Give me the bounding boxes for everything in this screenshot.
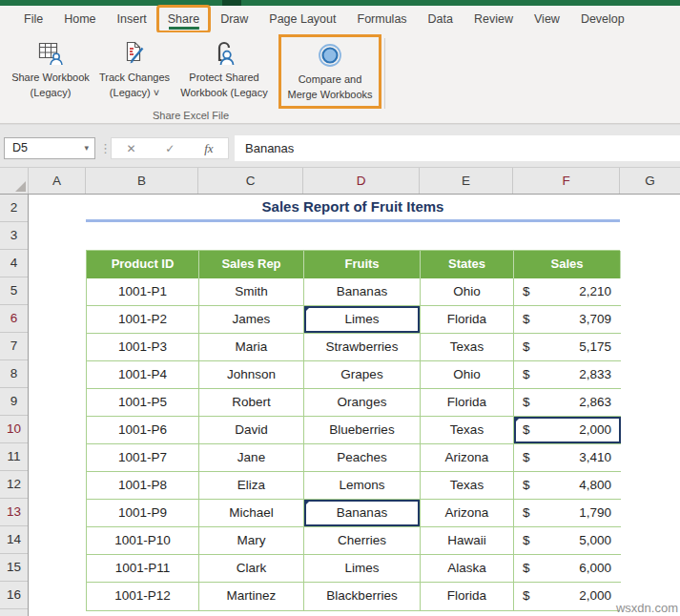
tab-developer[interactable]: Develop bbox=[570, 6, 635, 32]
cell-state[interactable]: Texas bbox=[421, 417, 514, 444]
table-header-states[interactable]: States bbox=[421, 251, 514, 278]
cell-state[interactable]: Ohio bbox=[421, 361, 514, 389]
cell-sales-rep[interactable]: James bbox=[199, 306, 304, 334]
column-header-c[interactable]: C bbox=[198, 168, 303, 194]
cell-state[interactable]: Texas bbox=[421, 472, 514, 500]
cell-sales[interactable]: $3,410 bbox=[514, 444, 621, 472]
row-header-11[interactable]: 11 bbox=[0, 443, 28, 471]
share-workbook-button[interactable]: Share Workbook (Legacy) bbox=[4, 37, 97, 99]
cell-sales[interactable]: $5,000 bbox=[514, 527, 621, 555]
row-header-9[interactable]: 9 bbox=[0, 388, 28, 416]
row-header-12[interactable]: 12 bbox=[0, 471, 28, 499]
cell-sales-rep[interactable]: Johnson bbox=[199, 361, 304, 389]
cell-sales[interactable]: $4,800 bbox=[514, 472, 621, 500]
column-header-a[interactable]: A bbox=[29, 168, 86, 194]
protect-shared-workbook-button[interactable]: Protect Shared Workbook (Legacy bbox=[170, 37, 278, 99]
tab-review[interactable]: Review bbox=[464, 6, 524, 32]
cell-state[interactable]: Arizona bbox=[421, 500, 514, 527]
cell-sales[interactable]: $2,000 bbox=[514, 583, 621, 610]
cell-sales[interactable]: $6,000 bbox=[514, 555, 621, 583]
tab-home[interactable]: Home bbox=[53, 6, 106, 32]
cell-product-id[interactable]: 1001-P7 bbox=[87, 444, 199, 472]
chevron-down-icon[interactable]: ▾ bbox=[84, 138, 89, 158]
cell-product-id[interactable]: 1001-P2 bbox=[87, 306, 199, 334]
cell-product-id[interactable]: 1001-P8 bbox=[87, 472, 199, 500]
column-header-d[interactable]: D bbox=[303, 168, 420, 194]
row-header-5[interactable]: 5 bbox=[0, 277, 28, 305]
cell-fruit-marked[interactable]: Bananas bbox=[304, 500, 421, 527]
cell-state[interactable]: Florida bbox=[421, 306, 514, 334]
cell-sales[interactable]: $2,210 bbox=[514, 278, 621, 306]
cell-sales-rep[interactable]: Maria bbox=[199, 334, 304, 361]
cell-fruit[interactable]: Strawberries bbox=[304, 334, 421, 361]
cell-fruit[interactable]: Blackberries bbox=[304, 583, 421, 610]
table-header-fruits[interactable]: Fruits bbox=[304, 251, 421, 278]
cell-state[interactable]: Arizona bbox=[421, 444, 514, 472]
tab-insert[interactable]: Insert bbox=[107, 6, 157, 32]
cell-state[interactable]: Florida bbox=[421, 389, 514, 417]
cell-sales[interactable]: $5,175 bbox=[514, 334, 621, 361]
cell-state[interactable]: Texas bbox=[421, 334, 514, 361]
cell-fruit[interactable]: Grapes bbox=[304, 361, 421, 389]
table-header-sales-rep[interactable]: Sales Rep bbox=[199, 251, 304, 278]
column-header-g[interactable]: G bbox=[620, 168, 680, 194]
cell-product-id[interactable]: 1001-P3 bbox=[87, 334, 199, 361]
cancel-icon[interactable]: ✕ bbox=[126, 142, 135, 155]
cell-product-id[interactable]: 1001-P6 bbox=[87, 417, 199, 444]
table-header-product-id[interactable]: Product ID bbox=[87, 251, 199, 278]
cell-sales-rep[interactable]: Robert bbox=[199, 389, 304, 417]
cell-product-id[interactable]: 1001-P11 bbox=[87, 555, 199, 583]
tab-page-layout[interactable]: Page Layout bbox=[258, 6, 346, 32]
cell-sales-rep[interactable]: Smith bbox=[199, 278, 304, 306]
cell-product-id[interactable]: 1001-P12 bbox=[87, 583, 199, 610]
name-box[interactable]: D5 ▾ bbox=[4, 137, 95, 159]
cell-product-id[interactable]: 1001-P9 bbox=[87, 500, 199, 527]
cell-fruit[interactable]: Limes bbox=[304, 555, 421, 583]
column-header-f[interactable]: F bbox=[513, 168, 620, 194]
row-header-10[interactable]: 10 bbox=[0, 416, 28, 443]
cell-fruit[interactable]: Cherries bbox=[304, 527, 421, 555]
cell-product-id[interactable]: 1001-P10 bbox=[87, 527, 199, 555]
cell-fruit[interactable]: Oranges bbox=[304, 389, 421, 417]
cell-sales-rep[interactable]: Clark bbox=[199, 555, 304, 583]
row-header-16[interactable]: 16 bbox=[0, 582, 28, 609]
row-header-3[interactable]: 3 bbox=[0, 222, 28, 250]
compare-and-merge-workbooks-button[interactable]: Compare and Merge Workbooks bbox=[282, 39, 378, 101]
report-title-cell[interactable]: Sales Report of Fruit Items bbox=[86, 195, 620, 222]
formula-input[interactable]: Bananas bbox=[235, 135, 680, 161]
cell-state[interactable]: Ohio bbox=[421, 278, 514, 306]
cell-fruit[interactable]: Peaches bbox=[304, 444, 421, 472]
row-header-15[interactable]: 15 bbox=[0, 554, 28, 582]
cell-fruit[interactable]: Bananas bbox=[304, 278, 421, 306]
table-header-sales[interactable]: Sales bbox=[514, 251, 621, 278]
row-header-8[interactable]: 8 bbox=[0, 360, 28, 388]
cell-sales[interactable]: $1,790 bbox=[514, 500, 621, 527]
cell-state[interactable]: Florida bbox=[421, 583, 514, 610]
insert-function-icon[interactable]: fx bbox=[204, 141, 213, 156]
cell-state[interactable]: Hawaii bbox=[421, 527, 514, 555]
tab-formulas[interactable]: Formulas bbox=[347, 6, 418, 32]
tab-draw[interactable]: Draw bbox=[210, 6, 258, 32]
cell-state[interactable]: Alaska bbox=[421, 555, 514, 583]
select-all-button[interactable] bbox=[0, 168, 29, 194]
row-header-6[interactable]: 6 bbox=[0, 305, 28, 333]
cell-sales-rep[interactable]: Eliza bbox=[199, 472, 304, 500]
cell-sales-rep[interactable]: Martinez bbox=[199, 583, 304, 610]
row-header-13[interactable]: 13 bbox=[0, 499, 28, 526]
cell-sales[interactable]: $3,709 bbox=[514, 306, 621, 334]
cell-fruit-marked[interactable]: Limes bbox=[304, 306, 421, 334]
cell-fruit[interactable]: Blueberries bbox=[304, 417, 421, 444]
cell-sales[interactable]: $2,863 bbox=[514, 389, 621, 417]
cell-product-id[interactable]: 1001-P4 bbox=[87, 361, 199, 389]
cell-sales-rep[interactable]: Jane bbox=[199, 444, 304, 472]
cell-sales-rep[interactable]: David bbox=[199, 417, 304, 444]
cell-fruit[interactable]: Lemons bbox=[304, 472, 421, 500]
cell-sales-rep[interactable]: Mary bbox=[199, 527, 304, 555]
tab-share[interactable]: Share bbox=[157, 6, 210, 32]
row-header-4[interactable]: 4 bbox=[0, 250, 28, 277]
track-changes-button[interactable]: Track Changes (Legacy) ˅ bbox=[95, 37, 174, 99]
cell-product-id[interactable]: 1001-P5 bbox=[87, 389, 199, 417]
cell-sales-marked[interactable]: $2,000 bbox=[514, 417, 621, 444]
tab-view[interactable]: View bbox=[524, 6, 570, 32]
enter-icon[interactable]: ✓ bbox=[165, 142, 175, 155]
